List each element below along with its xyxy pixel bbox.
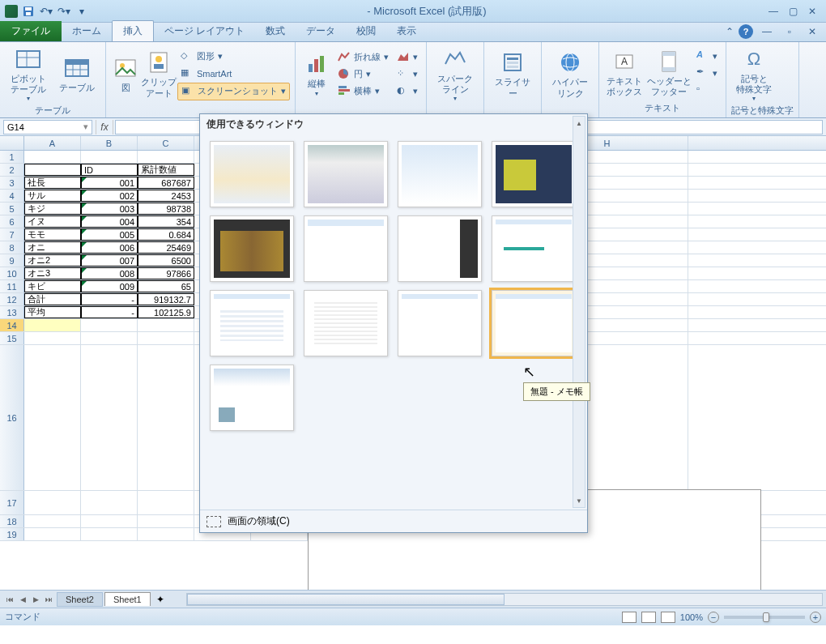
cell[interactable]: キビ <box>24 280 81 292</box>
minimize-button[interactable]: — <box>764 4 782 19</box>
cell[interactable] <box>81 345 138 490</box>
window-thumb-13[interactable] <box>210 365 294 431</box>
col-header-b[interactable]: B <box>81 136 138 150</box>
cell[interactable]: 6500 <box>138 254 194 267</box>
cell[interactable]: 001 <box>81 177 138 189</box>
row-header[interactable]: 5 <box>0 203 24 215</box>
cell[interactable]: 97866 <box>138 267 194 279</box>
cell[interactable] <box>138 515 194 527</box>
window-thumb-6[interactable] <box>304 215 388 282</box>
cell[interactable] <box>138 491 194 514</box>
area-chart-button[interactable]: ▾ <box>394 49 421 66</box>
screenshot-button[interactable]: ▣スクリーンショット ▾ <box>177 83 290 100</box>
screen-clipping-item[interactable]: 画面の領域(C) <box>200 510 587 532</box>
row-header[interactable]: 9 <box>0 254 24 267</box>
row-header[interactable]: 18 <box>0 515 24 527</box>
window-thumb-11[interactable] <box>398 290 482 356</box>
tab-home[interactable]: ホーム <box>62 21 112 41</box>
sheet-nav-prev[interactable]: ◀ <box>16 593 29 606</box>
cell[interactable]: 008 <box>81 267 138 279</box>
scatter-chart-button[interactable]: ⁘▾ <box>394 66 421 83</box>
cell[interactable]: ID <box>81 164 138 176</box>
cell[interactable] <box>24 515 81 527</box>
name-box[interactable]: G14 ▾ <box>3 120 92 134</box>
zoom-out-button[interactable]: − <box>708 612 719 623</box>
cell[interactable]: - <box>81 293 138 305</box>
cell[interactable] <box>138 332 194 344</box>
cell[interactable]: 687687 <box>138 177 194 189</box>
row-header[interactable]: 8 <box>0 241 24 254</box>
cell[interactable]: 007 <box>81 254 138 267</box>
cell[interactable]: オニ3 <box>24 267 81 279</box>
save-icon[interactable] <box>21 4 36 19</box>
workbook-minimize-button[interactable]: — <box>758 24 776 39</box>
qat-dropdown-icon[interactable]: ▾ <box>75 4 89 19</box>
picture-button[interactable]: 図 <box>111 53 140 95</box>
collapse-ribbon-icon[interactable]: ⌃ <box>726 26 734 37</box>
row-header[interactable]: 17 <box>0 491 24 514</box>
hyperlink-button[interactable]: ハイパーリンク <box>547 48 594 100</box>
cell[interactable] <box>24 319 81 331</box>
symbol-button[interactable]: Ω 記号と 特殊文字 ▾ <box>731 45 777 104</box>
window-thumb-9[interactable] <box>210 290 294 356</box>
select-all-corner[interactable] <box>0 136 24 150</box>
row-header[interactable]: 2 <box>0 164 24 176</box>
window-thumb-1[interactable] <box>210 141 294 207</box>
cell[interactable]: 003 <box>81 203 138 215</box>
cell[interactable] <box>138 319 194 331</box>
cell[interactable] <box>81 332 138 344</box>
workbook-restore-button[interactable]: ▫ <box>781 24 798 39</box>
window-thumb-8[interactable] <box>492 215 576 282</box>
tab-pagelayout[interactable]: ページ レイアウト <box>154 21 255 41</box>
sheet-nav-first[interactable]: ⏮ <box>3 593 16 606</box>
wordart-button[interactable]: A▾ <box>693 48 721 64</box>
cell[interactable] <box>24 332 81 344</box>
cell[interactable]: キジ <box>24 203 81 215</box>
cell[interactable] <box>24 164 81 176</box>
cell[interactable]: 2453 <box>138 190 194 202</box>
slicer-button[interactable]: スライサー <box>489 48 536 100</box>
cell[interactable]: サル <box>24 190 81 202</box>
shapes-button[interactable]: ◇図形 ▾ <box>177 49 290 65</box>
row-header[interactable]: 6 <box>0 215 24 228</box>
bar-chart-button[interactable]: 横棒 ▾ <box>334 83 392 100</box>
cell[interactable] <box>24 345 81 490</box>
row-header[interactable]: 19 <box>0 528 24 540</box>
column-chart-button[interactable]: 縦棒 ▾ <box>300 49 333 98</box>
cell[interactable]: 累計数値 <box>138 164 194 176</box>
clipart-button[interactable]: クリップ アート <box>142 48 176 100</box>
cell[interactable]: 354 <box>138 215 194 228</box>
row-header[interactable]: 3 <box>0 177 24 189</box>
object-button[interactable]: ▫ <box>693 82 721 98</box>
row-header[interactable]: 4 <box>0 190 24 202</box>
row-header[interactable]: 11 <box>0 280 24 292</box>
cell[interactable] <box>81 528 138 540</box>
cell[interactable]: 919132.7 <box>138 293 194 305</box>
cell[interactable]: 102125.9 <box>138 306 194 318</box>
cell[interactable]: 25469 <box>138 241 194 254</box>
cell[interactable]: オニ2 <box>24 254 81 267</box>
row-header[interactable]: 12 <box>0 293 24 305</box>
window-thumb-10[interactable] <box>304 290 388 356</box>
new-sheet-button[interactable]: ✦ <box>152 593 168 606</box>
table-button[interactable]: テーブル <box>53 53 100 95</box>
pivot-table-button[interactable]: ピボットテーブル ▾ <box>5 45 52 104</box>
cell[interactable] <box>138 528 194 540</box>
horizontal-scrollbar[interactable] <box>186 593 823 606</box>
cell[interactable] <box>81 515 138 527</box>
window-thumb-3[interactable] <box>398 141 482 207</box>
redo-icon[interactable]: ↷▾ <box>57 4 71 19</box>
cell[interactable]: オニ <box>24 241 81 254</box>
cell[interactable]: 002 <box>81 190 138 202</box>
namebox-dropdown-icon[interactable]: ▾ <box>83 122 88 132</box>
window-thumb-2[interactable] <box>304 141 388 207</box>
row-header[interactable]: 14 <box>0 319 24 331</box>
row-header[interactable]: 13 <box>0 306 24 318</box>
pagelayout-view-button[interactable] <box>641 612 656 623</box>
cell[interactable]: イヌ <box>24 215 81 228</box>
window-thumb-7[interactable] <box>398 215 482 282</box>
tab-data[interactable]: データ <box>296 21 346 41</box>
row-header[interactable]: 16 <box>0 345 24 490</box>
cell[interactable]: 社長 <box>24 177 81 189</box>
cell[interactable] <box>24 528 81 540</box>
